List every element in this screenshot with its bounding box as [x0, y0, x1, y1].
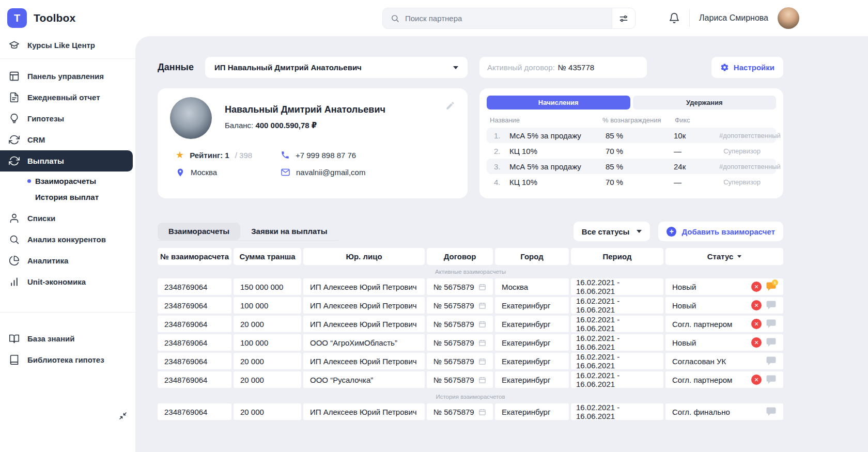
settlement-row[interactable]: 2348769064 20 000 ИП Алексеев Юрий Петро…	[158, 316, 783, 332]
active-contract-field[interactable]: Активный договор: № 435778	[479, 57, 647, 78]
cancel-icon[interactable]	[751, 300, 762, 310]
sidebar-item-payments[interactable]: Выплаты	[0, 150, 133, 172]
sidebar-item-analytics[interactable]: Аналитика	[0, 250, 135, 271]
cell-contract: № 5675879	[427, 334, 493, 351]
settlements-body: Активные взаиморасчеты 2348769064 150 00…	[158, 265, 783, 420]
row-actions	[766, 356, 776, 366]
cancel-icon[interactable]	[751, 319, 762, 329]
comment-icon[interactable]	[766, 375, 776, 384]
user-avatar[interactable]	[778, 7, 799, 29]
cell-contract: № 5675879	[427, 371, 493, 388]
cell-contract: № 5675879	[427, 278, 493, 295]
contract-number: № 5675879	[433, 357, 474, 366]
comment-icon[interactable]: 1	[766, 282, 776, 291]
settlement-row[interactable]: 2348769064 20 000 ООО “Русалочка” № 5675…	[158, 371, 783, 388]
sidebar-item-dashboard[interactable]: Панель управления	[0, 66, 135, 87]
calendar-icon[interactable]	[478, 320, 486, 328]
cell-tranche-amount: 20 000	[234, 353, 301, 369]
cancel-icon[interactable]	[751, 375, 762, 385]
row-actions	[766, 407, 776, 416]
sidebar-subitem-settlements[interactable]: Взаиморасчеты	[35, 173, 135, 189]
sidebar-item-label: Гипотезы	[27, 114, 64, 123]
settlement-row[interactable]: 2348769064 150 000 000 ИП Алексеев Юрий …	[158, 278, 783, 295]
sidebar-item-label: Аналитика	[27, 256, 68, 265]
cancel-icon[interactable]	[751, 282, 762, 292]
sidebar-item-courses[interactable]: Курсы Like Центр	[0, 36, 135, 54]
search-filter-button[interactable]	[612, 8, 635, 28]
topbar-divider	[689, 9, 690, 27]
sidebar-item-label: Списки	[27, 214, 55, 223]
calendar-icon[interactable]	[478, 339, 486, 347]
partner-rating: ★ Рейтинг: 1 / 398	[176, 150, 281, 160]
cell-status: Согл. партнером	[665, 316, 783, 332]
settlements-tabs: Взаиморасчеты Заявки на выплаты	[158, 223, 338, 241]
sidebar-item-lists[interactable]: Списки	[0, 208, 135, 229]
calendar-icon[interactable]	[478, 408, 486, 416]
partner-phone[interactable]: +7 999 898 87 76	[281, 150, 455, 160]
user-name[interactable]: Лариса Смирнова	[699, 13, 768, 23]
sidebar-item-unit-economics[interactable]: Unit-экономика	[0, 271, 135, 292]
comment-icon[interactable]	[766, 301, 776, 310]
cell-contract: № 5675879	[427, 353, 493, 369]
search-input[interactable]	[405, 14, 604, 23]
analytics-icon	[9, 255, 20, 266]
rating-total: / 398	[235, 151, 252, 160]
knowledge-base-icon	[9, 333, 20, 344]
row-actions	[751, 337, 776, 348]
sidebar-item-daily-report[interactable]: Ежедневный отчет	[0, 87, 135, 108]
sidebar-divider	[0, 312, 135, 313]
contract-number: № 5675879	[433, 408, 474, 416]
partner-email[interactable]: navalnii@gmail,com	[281, 167, 455, 177]
settlement-row[interactable]: 2348769064 20 000 ИП Алексеев Юрий Петро…	[158, 353, 783, 369]
column-status[interactable]: Статус	[665, 248, 783, 265]
settings-button[interactable]: Настройки	[711, 57, 783, 78]
cell-tranche-amount: 20 000	[234, 316, 301, 332]
calendar-icon[interactable]	[478, 283, 486, 291]
status-label: Новый	[672, 301, 696, 310]
comment-icon[interactable]	[766, 356, 776, 366]
rating-value: Рейтинг: 1	[190, 151, 229, 160]
sidebar-subitem-payout-history[interactable]: История выплат	[35, 189, 135, 205]
cancel-icon[interactable]	[751, 337, 762, 348]
cell-legal-entity: ИП Алексеев Юрий Петрович	[303, 297, 425, 314]
edit-partner-button[interactable]	[445, 101, 455, 111]
calendar-icon[interactable]	[478, 302, 486, 309]
partner-search	[382, 8, 636, 29]
collapse-sidebar-button[interactable]	[119, 412, 127, 420]
accrual-tag: Супервизор	[719, 147, 761, 155]
calendar-icon[interactable]	[478, 357, 486, 365]
comment-icon[interactable]	[766, 338, 776, 347]
tab-accruals[interactable]: Начисления	[487, 96, 630, 110]
settlement-row[interactable]: 2348769064 100 000 ООО “АгроХимОбласть” …	[158, 334, 783, 351]
comment-icon[interactable]	[766, 319, 776, 329]
status-filter-select[interactable]: Все статусы	[574, 222, 650, 241]
settlement-row[interactable]: 2348769064 100 000 ИП Алексеев Юрий Петр…	[158, 297, 783, 314]
column-fix: Фикс	[675, 116, 776, 124]
notifications-button[interactable]	[669, 12, 680, 24]
plus-icon	[667, 227, 676, 237]
tab-settlements[interactable]: Взаиморасчеты	[158, 223, 240, 240]
topbar-right: Лариса Смирнова	[669, 0, 799, 36]
accrual-number: 1.	[494, 131, 509, 140]
sidebar-item-knowledge-base[interactable]: База знаний	[0, 328, 135, 349]
sidebar-subitem-label: История выплат	[35, 193, 99, 201]
sidebar-item-hypotheses[interactable]: Гипотезы	[0, 108, 135, 129]
sidebar-item-competitor-analysis[interactable]: Анализ конкурентов	[0, 229, 135, 250]
search-field[interactable]	[383, 8, 612, 28]
settlements-table-header: № взаиморасчета Сумма транша Юр. лицо До…	[158, 248, 783, 265]
partner-select[interactable]: ИП Навальный Дмитрий Анатольевич	[205, 57, 468, 78]
app-logo[interactable]: T Toolbox	[7, 8, 76, 28]
sidebar-item-crm[interactable]: CRM	[0, 129, 135, 150]
tab-deductions[interactable]: Удержания	[633, 96, 777, 110]
comment-icon[interactable]	[766, 407, 776, 416]
sidebar-item-hypotheses-library[interactable]: Библиотека гипотез	[0, 349, 135, 370]
cell-status: Согласован УК	[665, 353, 783, 369]
phone-icon	[281, 150, 290, 160]
add-settlement-button[interactable]: Добавить взаиморасчет	[658, 222, 783, 241]
data-label: Данные	[158, 62, 205, 73]
cell-period: 16.02.2021 - 16.06.2021	[571, 278, 663, 295]
tab-payout-requests[interactable]: Заявки на выплаты	[240, 223, 338, 240]
sidebar-item-label: Выплаты	[27, 157, 64, 165]
settlement-row[interactable]: 2348769064 20 000 ИП Алексеев Юрий Петро…	[158, 403, 783, 420]
calendar-icon[interactable]	[478, 376, 486, 384]
